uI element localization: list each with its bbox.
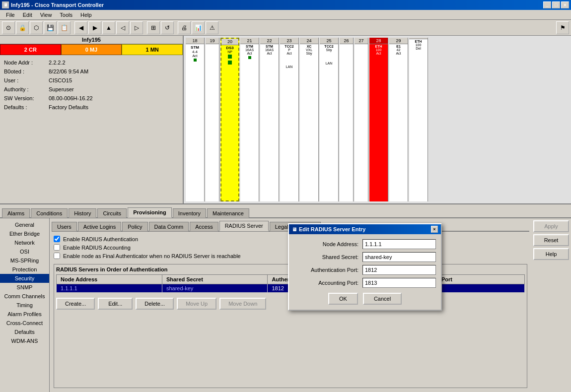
enable-final-auth-checkbox[interactable] xyxy=(54,253,60,259)
slot-22[interactable]: 22 STM 16AS Act xyxy=(260,38,279,201)
modal-acct-port-input[interactable] xyxy=(362,278,436,288)
toolbar-btn-1[interactable]: ⊙ xyxy=(2,21,15,34)
toolbar-btn-11[interactable]: 📊 xyxy=(192,21,205,34)
sidebar-cross-connect[interactable]: Cross-Connect xyxy=(0,319,49,327)
menu-view[interactable]: View xyxy=(36,11,56,19)
modal-shared-secret-input[interactable] xyxy=(362,252,436,262)
slot-28[interactable]: 28 ETH 100 Act xyxy=(369,38,388,201)
window-controls[interactable]: _ □ × xyxy=(543,1,569,8)
enable-radius-acct-checkbox[interactable] xyxy=(54,244,60,251)
node-title: Infy195 xyxy=(0,36,183,44)
menu-help[interactable]: Help xyxy=(76,11,96,19)
modal-cancel-button[interactable]: Cancel xyxy=(363,293,402,305)
move-down-button[interactable]: Move Down xyxy=(219,298,266,310)
toolbar-btn-9[interactable]: ↺ xyxy=(161,21,174,34)
alarm-bars: 2 CR 0 MJ 1 MN xyxy=(0,44,183,55)
sidebar-security[interactable]: Security xyxy=(0,274,49,283)
sidebar-snmp[interactable]: SNMP xyxy=(0,283,49,292)
sidebar-timing[interactable]: Timing xyxy=(0,301,49,310)
enable-radius-auth-label[interactable]: Enable RADIUS Authentication xyxy=(63,236,138,242)
slot-27[interactable]: 27 xyxy=(355,38,368,201)
modal-auth-port-input[interactable] xyxy=(362,265,436,275)
edit-radius-modal: 🖥 Edit RADIUS Server Entry × Node Addres… xyxy=(288,223,442,311)
slot-19[interactable]: 19 xyxy=(206,38,219,201)
subtab-policy[interactable]: Policy xyxy=(122,222,147,231)
toolbar-btn-6[interactable]: ◁ xyxy=(116,21,129,34)
window-title: Infy195 - Cisco Transport Controller xyxy=(11,2,104,8)
modal-ok-button[interactable]: OK xyxy=(328,293,358,305)
sidebar-comm-channels[interactable]: Comm Channels xyxy=(0,292,49,301)
subtab-radius-server[interactable]: RADIUS Server xyxy=(219,221,269,231)
sidebar-protection[interactable]: Protection xyxy=(0,265,49,274)
alarm-cr[interactable]: 2 CR xyxy=(0,44,61,55)
close-button[interactable]: × xyxy=(561,1,569,8)
toolbar-btn-7[interactable]: ▷ xyxy=(130,21,143,34)
sidebar-osi[interactable]: OSI xyxy=(0,247,49,256)
tab-history[interactable]: History xyxy=(69,208,96,218)
slot-26[interactable]: 26 xyxy=(340,38,354,201)
toolbar-up[interactable]: ▲ xyxy=(102,21,115,34)
slot-24[interactable]: 24 XC VXL Sby xyxy=(300,38,319,201)
subtab-access[interactable]: Access xyxy=(190,222,218,231)
toolbar-back[interactable]: ◀ xyxy=(74,21,87,34)
menu-file[interactable]: File xyxy=(2,11,19,19)
minimize-button[interactable]: _ xyxy=(543,1,551,8)
edit-button[interactable]: Edit... xyxy=(98,298,133,310)
menu-tools[interactable]: Tools xyxy=(56,11,76,19)
sidebar-alarm-profiles[interactable]: Alarm Profiles xyxy=(0,310,49,319)
toolbar-alarm[interactable]: ⚑ xyxy=(556,21,569,34)
sidebar-ms-spring[interactable]: MS-SPRing xyxy=(0,256,49,265)
delete-button[interactable]: Delete... xyxy=(136,298,174,310)
modal-node-address-input[interactable] xyxy=(362,239,436,249)
create-button[interactable]: Create... xyxy=(56,298,95,310)
toolbar-btn-10[interactable]: 🖨 xyxy=(178,21,191,34)
sidebar-general[interactable]: General xyxy=(0,220,49,229)
alarm-mn[interactable]: 1 MN xyxy=(122,44,183,55)
enable-radius-acct-label[interactable]: Enable RADIUS Accounting xyxy=(63,245,131,251)
toolbar-btn-8[interactable]: ⊞ xyxy=(147,21,160,34)
right-panel: Apply Reset Help xyxy=(531,218,571,392)
toolbar-btn-2[interactable]: 🔒 xyxy=(16,21,29,34)
toolbar-btn-3[interactable]: ⬡ xyxy=(30,21,43,34)
subtab-data-comm[interactable]: Data Comm xyxy=(149,222,189,231)
slot-23[interactable]: 23 TCC2 P Act LAN xyxy=(280,38,299,201)
reset-button[interactable]: Reset xyxy=(533,234,569,246)
tab-maintenance[interactable]: Maintenance xyxy=(207,208,249,218)
col-shared-secret: Shared Secret xyxy=(162,275,267,284)
subtab-active-logins[interactable]: Active Logins xyxy=(78,222,121,231)
sidebar-defaults[interactable]: Defaults xyxy=(0,327,49,336)
enable-radius-auth-checkbox[interactable] xyxy=(54,236,60,242)
tab-provisioning[interactable]: Provisioning xyxy=(128,207,172,218)
slot-20[interactable]: 20 DS3 NP xyxy=(220,38,239,201)
tab-circuits[interactable]: Circuits xyxy=(97,208,127,218)
slot-eth-del[interactable]: ETH 100 Del xyxy=(409,38,428,201)
apply-button[interactable]: Apply xyxy=(533,220,569,232)
tab-inventory[interactable]: Inventory xyxy=(173,208,206,218)
title-bar: 🖥 Infy195 - Cisco Transport Controller _… xyxy=(0,0,571,10)
move-up-button[interactable]: Move Up xyxy=(177,298,216,310)
help-button[interactable]: Help xyxy=(533,248,569,260)
tab-conditions[interactable]: Conditions xyxy=(31,208,68,218)
modal-auth-port-label: Authentication Port: xyxy=(294,267,362,273)
subtab-users[interactable]: Users xyxy=(52,222,77,231)
toolbar-forward[interactable]: ▶ xyxy=(88,21,101,34)
modal-shared-secret-field: Shared Secret: xyxy=(294,252,436,262)
slot-29-e1[interactable]: 29 E1 42 Act xyxy=(389,38,408,201)
modal-node-address-field: Node Address: xyxy=(294,239,436,249)
alarm-mj[interactable]: 0 MJ xyxy=(61,44,122,55)
tab-alarms[interactable]: Alarms xyxy=(2,208,30,218)
toolbar-btn-5[interactable]: 📋 xyxy=(58,21,71,34)
menu-edit[interactable]: Edit xyxy=(19,11,36,19)
slot-25[interactable]: 25 TCC2 Sby LAN xyxy=(320,38,339,201)
sidebar-network[interactable]: Network xyxy=(0,238,49,247)
slot-18[interactable]: 18 STM 4.4 Act xyxy=(186,38,205,201)
sidebar-ether-bridge[interactable]: Ether Bridge xyxy=(0,229,49,238)
sidebar-wdm-ans[interactable]: WDM-ANS xyxy=(0,336,49,345)
maximize-button[interactable]: □ xyxy=(552,1,560,8)
toolbar-btn-4[interactable]: 💾 xyxy=(44,21,57,34)
modal-auth-port-field: Authentication Port: xyxy=(294,265,436,275)
enable-final-auth-label[interactable]: Enable node as Final Authenticator when … xyxy=(63,253,241,259)
slot-21[interactable]: 21 STM 16AS Act xyxy=(240,38,259,201)
toolbar-btn-12[interactable]: ⚠ xyxy=(206,21,218,34)
modal-close-button[interactable]: × xyxy=(431,226,438,233)
